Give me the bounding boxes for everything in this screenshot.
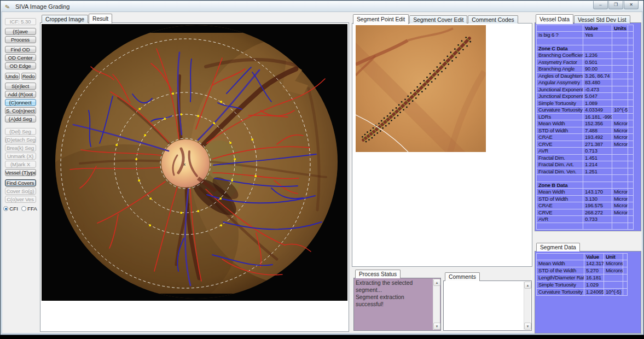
- table-row: Curvature Tortuosity4.0334910^(-5): [536, 107, 634, 114]
- table-row: Junctional Exponent D.-0.473: [536, 86, 634, 93]
- table-row: CRVE268.272Microns: [536, 209, 634, 217]
- table-row: Mean Width142.317Microns: [536, 260, 628, 267]
- tab-segment-data[interactable]: Segment Data: [536, 243, 580, 252]
- vessel-data-table[interactable]: ValueUnitsIs big 6 ?YesZone C DataBranch…: [536, 25, 634, 230]
- table-row: Fractal Dim. Ven.1.251: [536, 168, 634, 176]
- process-status-text: Extracting the selected segment... Segme…: [356, 279, 432, 308]
- tool-sidebar: ICF: 5.30 (S)ave Process Find OD OD Cent…: [3, 18, 37, 212]
- table-row: Angular Assymetry83.480: [536, 79, 634, 86]
- tab-cropped-image[interactable]: Cropped Image: [42, 15, 88, 23]
- comments-label: Comments: [445, 272, 480, 281]
- table-row: CRAE193.492Microns: [536, 134, 634, 141]
- result-image-panel: x: [40, 22, 349, 332]
- scroll-down-icon[interactable]: ▼: [433, 323, 440, 330]
- table-row: Assymetry Factor0.501: [536, 59, 634, 66]
- icf-field: ICF: 5.30: [5, 18, 36, 25]
- table-row: Zone B Data: [536, 182, 634, 189]
- table-row: STD of the Width5.270Microns: [536, 267, 628, 274]
- table-row: Fractal Dim. Art.1.214: [536, 161, 634, 168]
- break-seg-button: Brea(k) Seg: [5, 144, 36, 151]
- table-row: ValueUnit: [536, 253, 628, 260]
- ffa-radio-label: FFA: [27, 206, 37, 212]
- mark-x-button: (M)ark X: [5, 161, 36, 168]
- redo-button[interactable]: Redo: [21, 73, 36, 80]
- del-seg-button: (Del) Seg: [5, 128, 36, 135]
- table-row: Length/Diameter Ratio16.181: [536, 274, 628, 282]
- table-row: Mean Width143.170Microns: [536, 189, 634, 196]
- table-row: CRVE271.387Microns: [536, 141, 634, 148]
- scroll-up-icon[interactable]: ▲: [433, 279, 440, 286]
- table-row: Branching Coefficient1.236: [536, 52, 634, 59]
- find-od-button[interactable]: Find OD: [5, 46, 36, 53]
- table-row: Curvature Tortuosity1.2406510^(-5): [536, 289, 628, 296]
- maximize-button[interactable]: ❐: [608, 1, 623, 9]
- table-row: [536, 223, 634, 230]
- scroll-down-icon[interactable]: ▼: [524, 323, 531, 330]
- title-bar[interactable]: ✎ SIVA Image Grading – ❐ ✕: [1, 1, 643, 12]
- undo-button[interactable]: Undo: [5, 73, 20, 80]
- table-row: [536, 38, 634, 45]
- cfi-radio[interactable]: [3, 206, 8, 211]
- detach-seg-button: (D)etach Seg: [5, 136, 36, 143]
- vessel-type-button[interactable]: Vessel (T)ype: [5, 169, 36, 176]
- table-row: Is big 6 ?Yes: [536, 32, 634, 39]
- table-row: Junctional Exponent5.047: [536, 93, 634, 100]
- svg-text:x: x: [183, 162, 185, 167]
- segment-data-table[interactable]: ValueUnitMean Width142.317MicronsSTD of …: [536, 253, 628, 296]
- close-button[interactable]: ✕: [624, 1, 639, 9]
- app-window: ✎ SIVA Image Grading – ❐ ✕ ICF: 5.30 (S)…: [0, 0, 644, 335]
- table-row: STD of Width7.488Microns: [536, 127, 634, 135]
- cover-ves-button: C(o)ver Ves: [5, 196, 36, 203]
- save-button[interactable]: (S)ave: [5, 28, 36, 35]
- tab-comment-codes[interactable]: Comment Codes: [468, 15, 518, 24]
- table-row: STD of Width3.130Microns: [536, 196, 634, 203]
- tab-segment-point-edit[interactable]: Segment Point Edit: [353, 14, 409, 24]
- comments-box[interactable]: ▲ ▼: [443, 280, 532, 331]
- process-status-box[interactable]: Extracting the selected segment... Segme…: [353, 278, 441, 331]
- connect-button[interactable]: (C)onnect: [5, 99, 36, 106]
- add-seg-button[interactable]: (A)dd Seg: [5, 115, 36, 122]
- segment-edit-panel: [352, 23, 532, 267]
- table-row: Branching Angle90.00: [536, 66, 634, 73]
- scroll-up-icon[interactable]: ▲: [524, 282, 531, 289]
- table-row: Angles of Daughters3.26, 86.74: [536, 73, 634, 80]
- unmark-x-button: Unmark (X): [5, 153, 36, 160]
- vessel-data-panel: ValueUnitsIs big 6 ?YesZone C DataBranch…: [535, 22, 641, 231]
- select-button[interactable]: S(e)lect: [5, 83, 36, 90]
- table-row: AVR0.733: [536, 216, 634, 223]
- od-edge-button[interactable]: OD Edge: [5, 62, 36, 69]
- window-title: SIVA Image Grading: [15, 3, 69, 10]
- table-row: LDRs16.181, -999.000: [536, 114, 634, 121]
- table-row: AVR0.713: [536, 148, 634, 155]
- tab-segment-cover-edit[interactable]: Segment Cover Edit: [409, 15, 467, 24]
- comments-scrollbar[interactable]: ▲ ▼: [524, 282, 531, 330]
- table-row: [536, 175, 634, 182]
- cfi-radio-label: CFI: [9, 206, 18, 212]
- table-row: Zone C Data: [536, 45, 634, 52]
- table-row: Fractal Dim.1.451: [536, 155, 634, 162]
- minimize-button[interactable]: –: [593, 1, 608, 9]
- app-icon: ✎: [4, 2, 13, 10]
- table-row: Mean Width152.356Microns: [536, 120, 634, 127]
- table-row: Simple Tortuosity1.089: [536, 100, 634, 107]
- ffa-radio[interactable]: [21, 206, 26, 211]
- process-status-label: Process Status: [355, 270, 401, 278]
- find-covers-button[interactable]: Find Covers: [5, 179, 36, 186]
- tab-result[interactable]: Result: [89, 14, 112, 24]
- table-row: CRAE196.575Microns: [536, 202, 634, 209]
- process-status-scrollbar[interactable]: ▲ ▼: [433, 279, 440, 330]
- segment-data-panel: ValueUnitMean Width142.317MicronsSTD of …: [535, 251, 641, 334]
- tab-vessel-std-dev-list[interactable]: Vessel Std Dev List: [574, 15, 630, 24]
- fundus-image[interactable]: x: [42, 24, 347, 301]
- s-connect-button[interactable]: S. Co(n)nect: [5, 107, 36, 114]
- table-row: ValueUnits: [536, 25, 634, 32]
- od-center-button[interactable]: OD Center: [5, 54, 36, 61]
- tab-vessel-data[interactable]: Vessel Data: [536, 14, 573, 24]
- table-row: Simple Tortuosity1.029: [536, 282, 628, 289]
- segment-zoom-image[interactable]: [356, 25, 486, 152]
- cover-seg-button: Cover So(g): [5, 188, 36, 195]
- process-button[interactable]: Process: [5, 36, 36, 43]
- add-root-button[interactable]: Add (R)oot: [5, 91, 36, 98]
